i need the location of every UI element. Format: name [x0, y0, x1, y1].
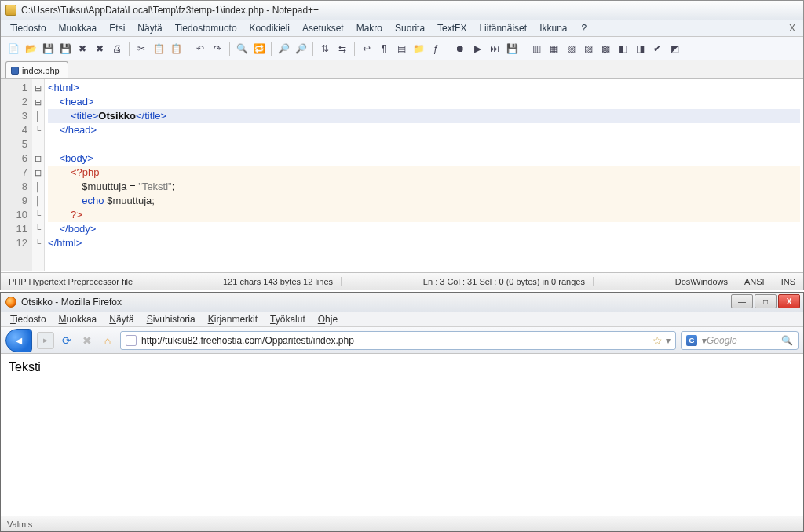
toolbar-extra-icon[interactable]: ◩	[667, 41, 682, 56]
lineno: 12	[5, 236, 27, 250]
menu-plugins[interactable]: Liitännäiset	[473, 20, 533, 36]
menu-edit[interactable]: Muokkaa	[53, 20, 104, 36]
toolbar-separator	[271, 42, 272, 56]
save-icon[interactable]: 💾	[40, 41, 56, 56]
menu-run[interactable]: Suorita	[389, 20, 431, 36]
forward-button[interactable]: ▸	[37, 332, 54, 349]
open-file-icon[interactable]: 📂	[23, 41, 38, 56]
find-icon[interactable]: 🔍	[234, 41, 250, 56]
ff-menu-help[interactable]: Ohje	[312, 312, 344, 326]
toolbar-extra-icon[interactable]: ▩	[598, 41, 613, 56]
status-length: 121 chars 143 bytes 12 lines	[215, 277, 342, 286]
ff-nav-toolbar: ◄ ▸ ⟳ ✖ ⌂ http://tuksu82.freehostia.com/…	[1, 327, 803, 354]
toolbar-extra-icon[interactable]: ▦	[546, 41, 561, 56]
ff-menu-tools[interactable]: Työkalut	[264, 312, 312, 326]
print-icon[interactable]: 🖨	[109, 41, 125, 56]
file-icon	[11, 67, 19, 75]
lineno: 6	[5, 151, 27, 166]
copy-icon[interactable]: 📋	[151, 41, 166, 56]
menu-format[interactable]: Tiedostomuoto	[169, 20, 243, 36]
lineno: 10	[5, 208, 27, 222]
menu-language[interactable]: Koodikieli	[243, 20, 296, 36]
search-box[interactable]: G ▾ Google 🔍	[681, 331, 799, 350]
menu-window[interactable]: Ikkuna	[533, 20, 573, 36]
save-macro-icon[interactable]: 💾	[504, 41, 520, 56]
zoom-in-icon[interactable]: 🔎	[276, 41, 291, 56]
code-token: $muuttuja	[107, 195, 152, 206]
ff-menu-file[interactable]: TTiedostoiedosto	[4, 312, 53, 326]
ff-menu-edit[interactable]: Muokkaa	[53, 312, 104, 326]
redo-icon[interactable]: ↷	[210, 41, 225, 56]
menu-file[interactable]: Tiedosto	[4, 20, 53, 36]
ff-menu-view[interactable]: Näytä	[103, 312, 140, 326]
search-icon[interactable]: 🔍	[781, 335, 793, 346]
toolbar-extra-icon[interactable]: ▥	[528, 41, 544, 56]
function-list-icon[interactable]: ƒ	[428, 41, 444, 56]
menu-settings[interactable]: Asetukset	[296, 20, 350, 36]
toolbar-extra-icon[interactable]: ▨	[580, 41, 596, 56]
npp-titlebar[interactable]: C:\Users\Tuksu\AppData\Local\Temp\fz3tem…	[1, 1, 803, 20]
menu-help[interactable]: ?	[575, 20, 593, 36]
code-token: "Teksti"	[138, 180, 171, 192]
lineno: 2	[5, 95, 27, 109]
code-token: <?php	[71, 166, 100, 178]
code-token: <body>	[48, 152, 93, 164]
new-file-icon[interactable]: 📄	[5, 41, 21, 56]
record-macro-icon[interactable]: ⏺	[452, 41, 468, 56]
tab-label: index.php	[22, 66, 60, 75]
back-button[interactable]: ◄	[5, 329, 32, 352]
indent-guide-icon[interactable]: ▤	[393, 41, 409, 56]
toolbar-separator	[129, 42, 130, 56]
home-icon[interactable]: ⌂	[100, 333, 115, 348]
close-button[interactable]: X	[778, 294, 800, 308]
stop-icon[interactable]: ✖	[79, 333, 95, 348]
save-all-icon[interactable]: 💾	[57, 41, 73, 56]
reload-icon[interactable]: ⟳	[59, 333, 75, 348]
ff-titlebar[interactable]: Otsikko - Mozilla Firefox — □ X	[1, 293, 803, 312]
tab-index-php[interactable]: index.php	[5, 61, 68, 78]
ff-menu-history[interactable]: Sivuhistoria	[141, 312, 202, 326]
status-insert-mode: INS	[773, 277, 803, 286]
play-macro-icon[interactable]: ▶	[470, 41, 485, 56]
menu-search[interactable]: Etsi	[103, 20, 131, 36]
menu-macro[interactable]: Makro	[350, 20, 389, 36]
code-token: <head>	[48, 96, 94, 107]
paste-icon[interactable]: 📋	[168, 41, 184, 56]
ff-menubar: TTiedostoiedosto Muokkaa Näytä Sivuhisto…	[1, 312, 803, 327]
folder-icon[interactable]: 📁	[411, 41, 426, 56]
maximize-button[interactable]: □	[755, 294, 777, 308]
code-editor[interactable]: <html> <head> <title>Otsikko</title> </h…	[45, 79, 803, 271]
close-icon[interactable]: ✖	[75, 41, 90, 56]
sync-h-icon[interactable]: ⇆	[334, 41, 350, 56]
fold-gutter[interactable]: ⊟⊟│└ ⊟⊟││└└└	[32, 79, 45, 271]
replace-icon[interactable]: 🔁	[251, 41, 267, 56]
toolbar-extra-icon[interactable]: ▧	[563, 41, 579, 56]
code-token: ;	[172, 180, 175, 192]
all-chars-icon[interactable]: ¶	[376, 41, 392, 56]
cut-icon[interactable]: ✂	[133, 41, 149, 56]
spellcheck-icon[interactable]: ✔	[649, 41, 665, 56]
sync-v-icon[interactable]: ⇅	[317, 41, 333, 56]
close-all-icon[interactable]: ✖	[92, 41, 108, 56]
toolbar-extra-icon[interactable]: ◨	[632, 41, 648, 56]
undo-icon[interactable]: ↶	[192, 41, 208, 56]
code-token: </title>	[136, 110, 166, 122]
url-bar[interactable]: http://tuksu82.freehostia.com/Opparitest…	[120, 331, 676, 350]
menu-textfx[interactable]: TextFX	[431, 20, 473, 36]
code-token	[48, 195, 82, 206]
url-dropdown-icon[interactable]: ▾	[666, 335, 671, 346]
zoom-out-icon[interactable]: 🔎	[293, 41, 309, 56]
url-text: http://tuksu82.freehostia.com/Opparitest…	[141, 335, 354, 346]
npp-toolbar: 📄 📂 💾 💾 ✖ ✖ 🖨 ✂ 📋 📋 ↶ ↷ 🔍 🔁 🔎 🔎 ⇅ ⇆ ↩ ¶ …	[1, 37, 803, 60]
menu-closeX[interactable]: X	[784, 23, 800, 34]
editor-area[interactable]: 1 2 3 4 5 6 7 8 9 10 11 12 ⊟⊟│└ ⊟⊟││└└└ …	[1, 79, 803, 271]
lineno: 9	[5, 194, 27, 208]
menu-view[interactable]: Näytä	[131, 20, 168, 36]
toolbar-extra-icon[interactable]: ◧	[615, 41, 630, 56]
bookmark-star-icon[interactable]: ☆	[652, 334, 663, 347]
run-multi-icon[interactable]: ⏭	[487, 41, 502, 56]
ff-menu-bookmarks[interactable]: Kirjanmerkit	[202, 312, 264, 326]
minimize-button[interactable]: —	[731, 294, 753, 308]
code-token: <html>	[48, 82, 79, 93]
wordwrap-icon[interactable]: ↩	[359, 41, 375, 56]
